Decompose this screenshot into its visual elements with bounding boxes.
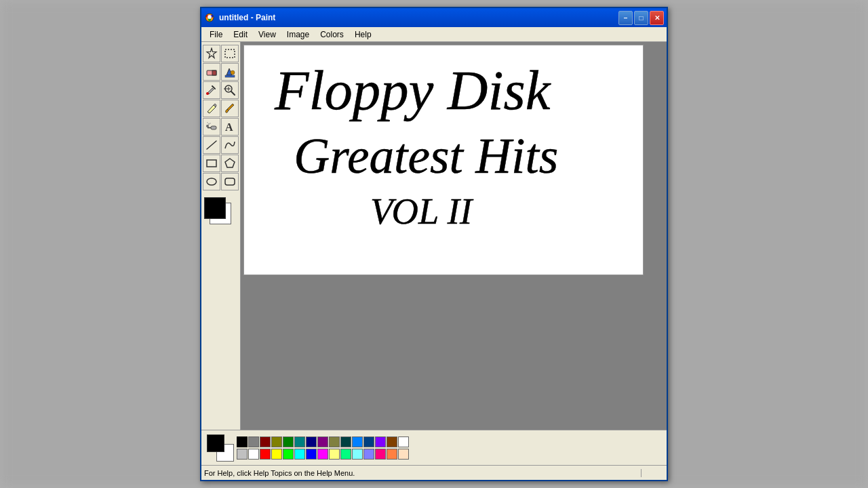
fill-tool[interactable] [221, 63, 239, 81]
color-swatch[interactable] [375, 449, 386, 460]
svg-point-12 [206, 92, 209, 95]
status-text: For Help, click Help Topics on the Help … [204, 469, 642, 477]
color-swatch[interactable] [271, 436, 282, 447]
airbrush-tool[interactable] [203, 118, 220, 136]
statusbar: For Help, click Help Topics on the Help … [201, 465, 667, 480]
rectangle-tool[interactable] [203, 155, 220, 172]
eraser-tool[interactable] [203, 63, 220, 81]
palette-foreground-color[interactable] [207, 434, 224, 452]
color-swatch[interactable] [306, 449, 317, 460]
svg-point-19 [206, 125, 209, 127]
window-title: untitled - Paint [219, 13, 618, 22]
color-swatch[interactable] [398, 436, 409, 447]
canvas-svg: Floppy Disk Greatest Hits VOL II [244, 45, 643, 256]
toolbar-foreground-color[interactable] [204, 197, 226, 219]
paint-window: untitled - Paint – □ ✕ File Edit View Im… [200, 7, 668, 481]
color-swatch[interactable] [317, 436, 328, 447]
color-swatch[interactable] [260, 449, 271, 460]
color-swatch[interactable] [306, 436, 317, 447]
color-swatch[interactable] [283, 436, 294, 447]
svg-rect-25 [207, 160, 216, 167]
color-swatch[interactable] [363, 436, 374, 447]
color-palette [201, 430, 667, 465]
menu-help[interactable]: Help [349, 28, 377, 41]
minimize-button[interactable]: – [618, 11, 633, 25]
drawing-canvas[interactable]: Floppy Disk Greatest Hits VOL II [243, 45, 644, 275]
svg-point-4 [208, 15, 212, 19]
svg-text:VOL II: VOL II [370, 190, 474, 232]
menu-view[interactable]: View [253, 28, 281, 41]
brush-tool[interactable] [221, 100, 239, 117]
canvas-area[interactable]: Floppy Disk Greatest Hits VOL II [241, 42, 667, 430]
close-button[interactable]: ✕ [650, 11, 664, 25]
svg-point-20 [208, 123, 210, 125]
maximize-button[interactable]: □ [634, 11, 648, 25]
color-swatch[interactable] [375, 436, 386, 447]
svg-rect-6 [225, 49, 235, 58]
color-swatch[interactable] [398, 449, 409, 460]
svg-point-21 [207, 122, 208, 123]
svg-text:A: A [225, 121, 233, 133]
curve-tool[interactable] [221, 136, 239, 154]
color-swatch[interactable] [271, 449, 282, 460]
color-swatch[interactable] [237, 449, 248, 460]
eyedropper-tool[interactable] [203, 81, 220, 99]
swatch-row-2 [237, 449, 409, 460]
toolbar-color-preview [203, 196, 238, 237]
color-swatch[interactable] [260, 436, 271, 447]
color-swatch[interactable] [363, 449, 374, 460]
menu-image[interactable]: Image [281, 28, 315, 41]
color-swatch[interactable] [248, 436, 259, 447]
menu-file[interactable]: File [204, 28, 228, 41]
color-swatch[interactable] [387, 449, 397, 460]
menubar: File Edit View Image Colors Help [201, 27, 667, 42]
color-swatch[interactable] [340, 436, 351, 447]
swatch-row-1 [237, 436, 409, 447]
window-controls: – □ ✕ [618, 11, 664, 25]
color-swatch[interactable] [340, 449, 351, 460]
rect-select-tool[interactable] [221, 45, 239, 62]
app-icon [204, 12, 215, 23]
titlebar: untitled - Paint – □ ✕ [201, 8, 667, 27]
text-tool[interactable]: A [221, 118, 239, 136]
color-swatch[interactable] [248, 449, 259, 460]
toolbar: A [201, 42, 241, 430]
color-swatch[interactable] [352, 436, 363, 447]
svg-marker-5 [207, 48, 216, 58]
svg-rect-8 [212, 70, 216, 75]
svg-rect-9 [225, 75, 235, 77]
pencil-tool[interactable] [203, 100, 220, 117]
color-swatch[interactable] [317, 449, 328, 460]
svg-line-24 [207, 141, 216, 149]
menu-edit[interactable]: Edit [228, 28, 253, 41]
palette-color-preview [207, 434, 234, 462]
color-swatch[interactable] [387, 436, 397, 447]
svg-text:Floppy Disk: Floppy Disk [274, 59, 551, 121]
color-swatch[interactable] [283, 449, 294, 460]
svg-marker-26 [225, 159, 235, 167]
free-select-tool[interactable] [203, 45, 220, 62]
ellipse-tool[interactable] [203, 173, 220, 190]
svg-line-14 [231, 92, 235, 95]
svg-point-10 [231, 70, 235, 75]
svg-rect-17 [211, 126, 216, 129]
zoom-tool[interactable] [221, 81, 239, 99]
color-swatch[interactable] [237, 436, 248, 447]
polygon-tool[interactable] [221, 155, 239, 172]
rounded-rect-tool[interactable] [221, 173, 239, 190]
line-tool[interactable] [203, 136, 220, 154]
color-swatch[interactable] [329, 436, 340, 447]
tool-grid: A [203, 45, 239, 190]
svg-rect-28 [225, 178, 235, 185]
svg-point-27 [207, 178, 216, 185]
svg-text:Greatest Hits: Greatest Hits [294, 129, 558, 184]
color-swatch[interactable] [352, 449, 363, 460]
content-area: A [201, 42, 667, 430]
color-swatch[interactable] [329, 449, 340, 460]
svg-point-22 [210, 123, 211, 124]
color-swatches [237, 436, 409, 460]
color-swatch[interactable] [294, 436, 305, 447]
menu-colors[interactable]: Colors [315, 28, 349, 41]
color-swatch[interactable] [294, 449, 305, 460]
